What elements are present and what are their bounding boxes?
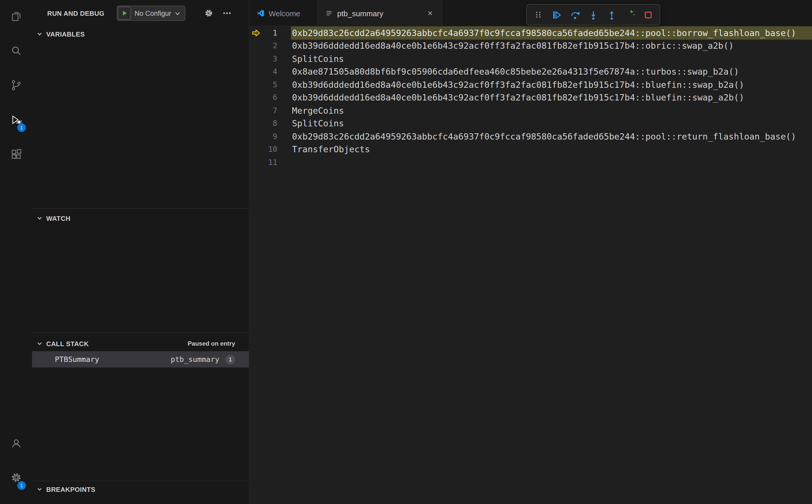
code-line[interactable]: 8SplitCoins bbox=[249, 117, 812, 130]
code-line[interactable]: 60xb39d6dddedd16ed8a40ce0b1e6b43c92acf0f… bbox=[249, 91, 812, 104]
vscode-window: 1 bbox=[0, 0, 812, 504]
tab-ptb-summary[interactable]: ptb_summary bbox=[318, 0, 442, 26]
code-text[interactable]: SplitCoins bbox=[291, 117, 812, 130]
restart-icon bbox=[625, 10, 635, 20]
line-number: 9 bbox=[262, 132, 277, 141]
more-actions-icon[interactable] bbox=[221, 8, 232, 19]
step-into-button[interactable] bbox=[584, 6, 602, 23]
files-icon bbox=[10, 10, 22, 24]
chevron-down-icon bbox=[36, 215, 43, 222]
tab-label: Welcome bbox=[269, 9, 300, 18]
restart-button[interactable] bbox=[621, 6, 639, 23]
activity-item-settings[interactable]: 1 bbox=[0, 461, 32, 496]
code-text[interactable]: 0xb29d83c26cdd2a64959263abbcfc4a6937f0c9… bbox=[291, 26, 812, 39]
code-line[interactable]: 90xb29d83c26cdd2a64959263abbcfc4a6937f0c… bbox=[249, 130, 812, 143]
debug-toolbar bbox=[526, 4, 660, 25]
sidebar-header: RUN AND DEBUG No Configur bbox=[32, 0, 249, 26]
source-control-icon bbox=[10, 79, 22, 93]
settings-badge: 1 bbox=[17, 481, 26, 490]
pane-label-call-stack: CALL STACK bbox=[46, 340, 89, 347]
code-text[interactable]: 0xb29d83c26cdd2a64959263abbcfc4a6937f0c9… bbox=[291, 130, 812, 143]
breakpoint-gutter[interactable] bbox=[249, 104, 262, 117]
pane-header-breakpoints[interactable]: BREAKPOINTS bbox=[32, 484, 249, 495]
pane-header-call-stack[interactable]: CALL STACK Paused on entry bbox=[32, 338, 249, 349]
activity-item-extensions[interactable] bbox=[0, 138, 32, 173]
extensions-icon bbox=[10, 148, 22, 162]
editor-area: Welcome ptb_summary bbox=[249, 0, 812, 504]
activity-item-explorer[interactable] bbox=[0, 0, 32, 35]
breakpoint-gutter[interactable] bbox=[249, 91, 262, 104]
code-text[interactable]: 0xb39d6dddedd16ed8a40ce0b1e6b43c92acf0ff… bbox=[291, 39, 812, 52]
activity-bar-top: 1 bbox=[0, 0, 32, 173]
drag-handle-icon[interactable] bbox=[529, 6, 548, 23]
code-line[interactable]: 3SplitCoins bbox=[249, 52, 812, 65]
code-text[interactable]: MergeCoins bbox=[291, 104, 812, 117]
vscode-logo-icon bbox=[256, 9, 264, 17]
chevron-down-icon bbox=[36, 30, 43, 38]
line-number: 3 bbox=[262, 54, 277, 63]
breakpoint-gutter[interactable] bbox=[249, 156, 262, 169]
code-line[interactable]: 10TransferObjects bbox=[249, 143, 812, 156]
code-text[interactable]: TransferObjects bbox=[291, 143, 812, 156]
debug-config-dropdown[interactable]: No Configur bbox=[117, 6, 185, 21]
step-over-icon bbox=[570, 10, 580, 20]
breakpoint-gutter[interactable] bbox=[249, 39, 262, 52]
line-number: 5 bbox=[262, 80, 277, 89]
activity-item-run-and-debug[interactable]: 1 bbox=[0, 104, 32, 138]
activity-item-source-control[interactable] bbox=[0, 69, 32, 104]
stack-frame-source: ptb_summary bbox=[171, 355, 219, 363]
stack-frame-name: PTBSummary bbox=[55, 355, 99, 363]
code-line[interactable]: 20xb39d6dddedd16ed8a40ce0b1e6b43c92acf0f… bbox=[249, 39, 812, 52]
chevron-down-icon bbox=[174, 10, 181, 16]
pane-header-variables[interactable]: VARIABLES bbox=[32, 28, 249, 40]
close-icon[interactable] bbox=[425, 8, 436, 19]
code-text[interactable]: SplitCoins bbox=[291, 52, 812, 65]
activity-item-search[interactable] bbox=[0, 35, 32, 69]
activity-item-accounts[interactable] bbox=[0, 427, 32, 461]
tab-label: ptb_summary bbox=[337, 9, 383, 18]
step-out-button[interactable] bbox=[602, 6, 621, 23]
chevron-down-icon bbox=[36, 340, 43, 347]
breakpoint-gutter[interactable] bbox=[249, 143, 262, 156]
tab-welcome[interactable]: Welcome bbox=[249, 0, 318, 26]
code-line[interactable]: 10xb29d83c26cdd2a64959263abbcfc4a6937f0c… bbox=[249, 26, 812, 39]
code-line[interactable]: 50xb39d6dddedd16ed8a40ce0b1e6b43c92acf0f… bbox=[249, 78, 812, 91]
step-out-icon bbox=[607, 10, 616, 20]
play-icon bbox=[120, 9, 128, 17]
launch-settings-gear-icon[interactable] bbox=[203, 8, 214, 19]
search-icon bbox=[10, 45, 22, 59]
step-over-button[interactable] bbox=[566, 6, 584, 23]
breakpoint-gutter[interactable] bbox=[249, 65, 262, 78]
code-text[interactable]: 0x8ae871505a80d8bf6bf9c05906cda6edfeea46… bbox=[291, 65, 812, 78]
debug-view-badge: 1 bbox=[17, 123, 26, 132]
sidebar-title: RUN AND DEBUG bbox=[47, 0, 104, 26]
code-line[interactable]: 11 bbox=[249, 156, 812, 169]
code-text[interactable]: 0xb39d6dddedd16ed8a40ce0b1e6b43c92acf0ff… bbox=[291, 78, 812, 91]
current-frame-arrow-icon[interactable] bbox=[249, 26, 262, 39]
continue-button[interactable] bbox=[548, 6, 566, 23]
pane-header-watch[interactable]: WATCH bbox=[32, 213, 249, 224]
pane-label-variables: VARIABLES bbox=[46, 30, 85, 38]
line-number: 7 bbox=[262, 106, 277, 115]
stack-frame-badge: 1 bbox=[225, 355, 235, 364]
breakpoint-gutter[interactable] bbox=[249, 117, 262, 130]
call-stack-status: Paused on entry bbox=[188, 340, 235, 347]
pane-separator bbox=[32, 208, 249, 209]
breakpoint-gutter[interactable] bbox=[249, 130, 262, 143]
stop-button[interactable] bbox=[639, 6, 657, 23]
call-stack-frame-row[interactable]: PTBSummary ptb_summary 1 bbox=[32, 351, 249, 367]
breakpoint-gutter[interactable] bbox=[249, 78, 262, 91]
config-dropdown-label: No Configur bbox=[135, 9, 171, 17]
run-and-debug-sidebar: RUN AND DEBUG No Configur bbox=[32, 0, 249, 504]
line-number: 4 bbox=[262, 67, 277, 76]
editor-lines[interactable]: 10xb29d83c26cdd2a64959263abbcfc4a6937f0c… bbox=[249, 26, 812, 504]
code-line[interactable]: 40x8ae871505a80d8bf6bf9c05906cda6edfeea4… bbox=[249, 65, 812, 78]
start-debugging-button[interactable] bbox=[118, 7, 131, 20]
code-line[interactable]: 7MergeCoins bbox=[249, 104, 812, 117]
code-text[interactable] bbox=[291, 156, 812, 169]
line-number: 1 bbox=[262, 28, 277, 38]
line-number: 6 bbox=[262, 93, 277, 102]
pane-separator bbox=[32, 332, 249, 333]
breakpoint-gutter[interactable] bbox=[249, 52, 262, 65]
code-text[interactable]: 0xb39d6dddedd16ed8a40ce0b1e6b43c92acf0ff… bbox=[291, 91, 812, 104]
